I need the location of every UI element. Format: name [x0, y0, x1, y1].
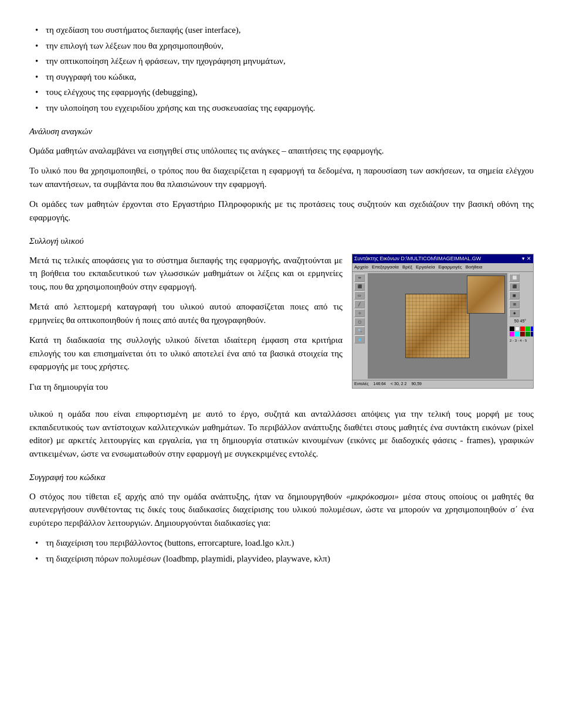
img-menu-edit: Επεξεργασία: [372, 264, 399, 271]
img-menu-file: Αρχείο: [354, 264, 368, 271]
analysis-p2: Το υλικό που θα χρησιμοποιηθεί, ο τρόπος…: [29, 164, 534, 190]
tool-zoom: 🔍: [354, 326, 365, 335]
tool-r4: ⊞: [509, 300, 520, 308]
swatch-blue: [531, 326, 534, 331]
analysis-p3: Οι ομάδες των μαθητών έρχονται στο Εργασ…: [29, 198, 534, 224]
collection-full-para: υλικού η ομάδα που είναι επιφορτισμένη μ…: [29, 407, 534, 460]
collection-p3: Κατά τη διαδικασία της συλλογής υλικού δ…: [29, 334, 342, 373]
img-status-zoom: < 30, 2 2: [391, 381, 406, 387]
bottom-bullet-list: τη διαχείριση του περιβάλλοντος (buttons…: [29, 536, 534, 565]
img-status-label: Εντολές: [354, 381, 369, 387]
collection-p1: Μετά τις τελικές αποφάσεις για το σύστημ…: [29, 254, 342, 294]
tool-pencil: ✏: [354, 274, 365, 282]
img-menubar: Αρχείο Επεξεργασία Βρέξ Εργαλεία Εφαρμογ…: [352, 263, 533, 272]
img-right-toolbar: ⬜ ⬛ ▦ ⊞ ◈ 50 45°: [508, 273, 532, 379]
bullet-item: τη σχεδίαση του συστήματος διεπαφής (use…: [29, 23, 534, 37]
tool-rect: ▭: [354, 291, 365, 300]
bullet-item: τη συγγραφή του κώδικα,: [29, 70, 534, 84]
swatch-black: [510, 326, 514, 331]
tool-r5: ◈: [509, 309, 520, 317]
swatch-cyan: [515, 332, 520, 336]
tool-r1: ⬜: [509, 274, 520, 282]
img-canvas-area: [368, 273, 507, 379]
img-left-toolbar: ✏ ⬛ ▭ ╱ ⊹ ◻ 🔍 💧: [354, 273, 367, 379]
tool-r3: ▦: [509, 291, 520, 300]
code-p1-italic: «μικρόκοσμοι»: [346, 492, 399, 501]
code-p1-text: Ο στόχος που τίθεται εξ αρχής από την ομ…: [29, 492, 346, 501]
tool-r2: ⬛: [509, 283, 520, 291]
img-zoom-label: 50 45°: [509, 318, 531, 325]
swatch-green: [525, 326, 530, 331]
img-pixel-grid: [405, 294, 470, 358]
img-status-coords: 146:64: [374, 381, 386, 387]
collection-two-col: Μετά τις τελικές αποφάσεις για το σύστημ…: [29, 254, 534, 401]
tool-select: ⊹: [354, 309, 365, 317]
img-close-buttons: ▾ ✕: [522, 255, 531, 263]
collection-left-text: Μετά τις τελικές αποφάσεις για το σύστημ…: [29, 254, 342, 401]
swatch-white: [515, 326, 520, 331]
bullet-item: την οπτικοποίηση λέξεων ή φράσεων, την η…: [29, 55, 534, 68]
tool-fill: ⬛: [354, 283, 365, 291]
img-color-palette: [509, 326, 534, 337]
bullet-item: τους ελέγχους της εφαρμογής (debugging),: [29, 86, 534, 99]
pixel-editor-image: Συντάκτης Εικόνων D:\MULTICOM\IMAGEIMMAL…: [352, 254, 534, 389]
img-nav-label: 2 - 3 - 4 - 5: [509, 338, 531, 344]
bullet-item-bottom: τη διαχείριση πόρων πολυμέσων (loadbmp, …: [29, 552, 534, 566]
img-content: ✏ ⬛ ▭ ╱ ⊹ ◻ 🔍 💧 ⬜ ⬛ ▦: [352, 272, 533, 380]
analysis-p1: Ομάδα μαθητών αναλαμβάνει να εισηγηθεί σ…: [29, 144, 534, 158]
swatch-magenta: [510, 332, 514, 336]
swatch-darkgreen: [525, 332, 530, 336]
swatch-red: [520, 326, 525, 331]
tool-line: ╱: [354, 300, 365, 308]
tool-eraser: ◻: [354, 318, 365, 326]
top-bullet-list: τη σχεδίαση του συστήματος διεπαφής (use…: [29, 23, 534, 114]
collection-p2: Μετά από λεπτομερή καταγραφή του υλικού …: [29, 300, 342, 326]
code-p1: Ο στόχος που τίθεται εξ αρχής από την ομ…: [29, 490, 534, 530]
pixel-editor-placeholder: Συντάκτης Εικόνων D:\MULTICOM\IMAGEIMMAL…: [352, 254, 533, 388]
collection-p4: Για τη δημιουργία του: [29, 380, 342, 394]
img-menu-help: Βοήθεια: [466, 264, 483, 271]
swatch-navy: [531, 332, 534, 336]
analysis-heading: Ανάλυση αναγκών: [29, 125, 534, 138]
tool-eyedrop: 💧: [354, 335, 365, 343]
img-menu-view: Βρέξ: [402, 264, 412, 271]
swatch-darkred: [520, 332, 525, 336]
code-heading: Συγγραφή του κώδικα: [29, 471, 534, 484]
bullet-item: την επιλογή των λέξεων που θα χρησιμοποι…: [29, 39, 534, 53]
img-statusbar: Εντολές 146:64 < 30, 2 2 90,59: [352, 380, 533, 388]
img-preview-pane: [467, 275, 505, 314]
img-menu-tools: Εργαλεία: [416, 264, 435, 271]
bullet-item: την υλοποίηση του εγχειριδίου χρήσης και…: [29, 101, 534, 115]
img-title-text: Συντάκτης Εικόνων D:\MULTICOM\IMAGEIMMAL…: [354, 255, 481, 263]
collection-heading: Συλλογή υλικού: [29, 234, 534, 248]
img-menu-apps: Εφαρμογές: [439, 264, 462, 271]
img-status-angle: 90,59: [411, 381, 422, 387]
img-titlebar: Συντάκτης Εικόνων D:\MULTICOM\IMAGEIMMAL…: [352, 254, 533, 264]
bullet-item-bottom: τη διαχείριση του περιβάλλοντος (buttons…: [29, 536, 534, 550]
